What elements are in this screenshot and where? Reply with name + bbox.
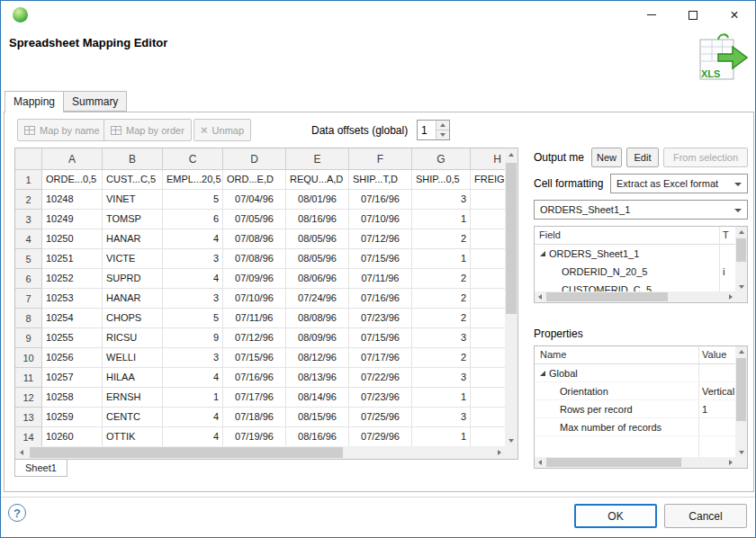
- row-header-4[interactable]: 4: [15, 229, 42, 249]
- grid-cell[interactable]: 4: [163, 229, 223, 249]
- grid-cell[interactable]: 08/16/96: [286, 427, 349, 446]
- grid-cell[interactable]: 08/05/96: [286, 249, 349, 269]
- minimize-button[interactable]: [631, 1, 672, 29]
- grid-cell[interactable]: 08/15/96: [286, 408, 349, 427]
- property-row[interactable]: OrientationVertical: [535, 382, 735, 400]
- field-tree-row[interactable]: ORDERID_N_20_5i: [535, 263, 735, 281]
- property-row[interactable]: Global: [535, 364, 735, 382]
- grid-cell[interactable]: ERNSH: [103, 388, 163, 408]
- grid-cell[interactable]: 3: [163, 289, 223, 309]
- grid-cell[interactable]: 10249: [42, 210, 103, 229]
- grid-cell[interactable]: 2: [412, 229, 471, 249]
- grid-cell[interactable]: 3: [163, 348, 223, 368]
- grid-cell[interactable]: [471, 388, 505, 408]
- grid-cell[interactable]: 10248: [42, 190, 103, 210]
- grid-cell[interactable]: 2: [412, 348, 471, 368]
- grid-cell[interactable]: SHIP...0,5: [412, 170, 471, 190]
- grid-cell[interactable]: 07/19/96: [223, 427, 286, 446]
- grid-cell[interactable]: 07/16/96: [349, 190, 412, 210]
- grid-cell[interactable]: 07/16/96: [349, 289, 412, 309]
- grid-cell[interactable]: [471, 289, 505, 309]
- grid-cell[interactable]: 08/06/96: [286, 269, 349, 289]
- column-header-g[interactable]: G: [412, 148, 471, 170]
- column-header-c[interactable]: C: [163, 148, 223, 170]
- help-button[interactable]: ?: [8, 504, 26, 522]
- grid-cell[interactable]: 10258: [42, 388, 103, 408]
- grid-cell[interactable]: [471, 328, 505, 348]
- grid-cell[interactable]: 07/29/96: [349, 427, 412, 446]
- grid-cell[interactable]: 08/16/96: [286, 210, 349, 229]
- row-header-8[interactable]: 8: [15, 309, 42, 328]
- grid-cell[interactable]: 4: [163, 408, 223, 427]
- row-header-6[interactable]: 6: [15, 269, 42, 289]
- row-header-1[interactable]: 1: [15, 170, 42, 190]
- grid-cell[interactable]: WELLI: [103, 348, 163, 368]
- grid-vertical-scrollbar[interactable]: [505, 148, 518, 446]
- row-header-10[interactable]: 10: [15, 348, 42, 368]
- scrollbar-thumb[interactable]: [736, 238, 746, 262]
- grid-cell[interactable]: 08/14/96: [286, 388, 349, 408]
- grid-cell[interactable]: 5: [163, 190, 223, 210]
- grid-cell[interactable]: 10251: [42, 249, 103, 269]
- grid-horizontal-scrollbar[interactable]: [15, 446, 505, 459]
- scrollbar-thumb[interactable]: [736, 358, 746, 421]
- grid-cell[interactable]: 08/05/96: [286, 229, 349, 249]
- scrollbar-thumb[interactable]: [30, 447, 343, 458]
- grid-cell[interactable]: 08/08/96: [286, 309, 349, 328]
- grid-cell[interactable]: EMPL...20,5: [163, 170, 223, 190]
- grid-cell[interactable]: 07/18/96: [223, 408, 286, 427]
- grid-cell[interactable]: 07/12/96: [223, 328, 286, 348]
- grid-cell[interactable]: 07/24/96: [286, 289, 349, 309]
- grid-cell[interactable]: 07/15/96: [349, 249, 412, 269]
- grid-cell[interactable]: CHOPS: [103, 309, 163, 328]
- grid-cell[interactable]: 10254: [42, 309, 103, 328]
- field-tree-row[interactable]: ORDERS_Sheet1_1: [535, 245, 735, 263]
- grid-cell[interactable]: 3: [163, 249, 223, 269]
- grid-cell[interactable]: 10256: [42, 348, 103, 368]
- scrollbar-thumb[interactable]: [546, 292, 668, 301]
- grid-cell[interactable]: 07/11/96: [223, 309, 286, 328]
- grid-cell[interactable]: 07/12/96: [349, 229, 412, 249]
- grid-cell[interactable]: 07/16/96: [223, 368, 286, 388]
- grid-cell[interactable]: ORDE...0,5: [42, 170, 103, 190]
- grid-cell[interactable]: 1: [163, 388, 223, 408]
- edit-button[interactable]: Edit: [626, 148, 659, 167]
- grid-cell[interactable]: SHIP...T,D: [349, 170, 412, 190]
- row-header-5[interactable]: 5: [15, 249, 42, 269]
- grid-cell[interactable]: [471, 368, 505, 388]
- grid-cell[interactable]: [471, 408, 505, 427]
- grid-cell[interactable]: ORD...E,D: [223, 170, 286, 190]
- column-header-e[interactable]: E: [286, 148, 349, 170]
- map-by-order-button[interactable]: Map by order: [104, 119, 192, 141]
- grid-cell[interactable]: 07/17/96: [223, 388, 286, 408]
- tab-summary[interactable]: Summary: [64, 91, 127, 112]
- scroll-down-icon[interactable]: [505, 435, 518, 446]
- grid-corner-cell[interactable]: [15, 148, 42, 170]
- grid-cell[interactable]: HANAR: [103, 229, 163, 249]
- cancel-button[interactable]: Cancel: [664, 504, 747, 528]
- grid-cell[interactable]: VINET: [103, 190, 163, 210]
- tree-expander-icon[interactable]: [540, 251, 545, 256]
- sheet-tab-sheet1[interactable]: Sheet1: [14, 460, 68, 477]
- row-header-11[interactable]: 11: [15, 368, 42, 388]
- grid-cell[interactable]: 07/10/96: [349, 210, 412, 229]
- grid-cell[interactable]: 2: [412, 309, 471, 328]
- scroll-right-icon[interactable]: [725, 457, 735, 468]
- grid-cell[interactable]: 3: [412, 190, 471, 210]
- scroll-left-icon[interactable]: [535, 291, 544, 302]
- scroll-right-icon[interactable]: [493, 446, 505, 459]
- grid-cell[interactable]: [471, 348, 505, 368]
- grid-cell[interactable]: 08/01/96: [286, 190, 349, 210]
- grid-cell[interactable]: 4: [163, 427, 223, 446]
- row-header-12[interactable]: 12: [15, 388, 42, 408]
- grid-cell[interactable]: [471, 427, 505, 446]
- grid-cell[interactable]: 07/10/96: [223, 289, 286, 309]
- row-header-2[interactable]: 2: [15, 190, 42, 210]
- grid-cell[interactable]: 07/23/96: [349, 309, 412, 328]
- grid-cell[interactable]: 1: [412, 427, 471, 446]
- grid-cell[interactable]: REQU...A,D: [286, 170, 349, 190]
- value-column-header[interactable]: Value: [698, 346, 735, 363]
- grid-cell[interactable]: 5: [163, 309, 223, 328]
- scrollbar-thumb[interactable]: [506, 163, 517, 314]
- grid-cell[interactable]: OTTIK: [103, 427, 163, 446]
